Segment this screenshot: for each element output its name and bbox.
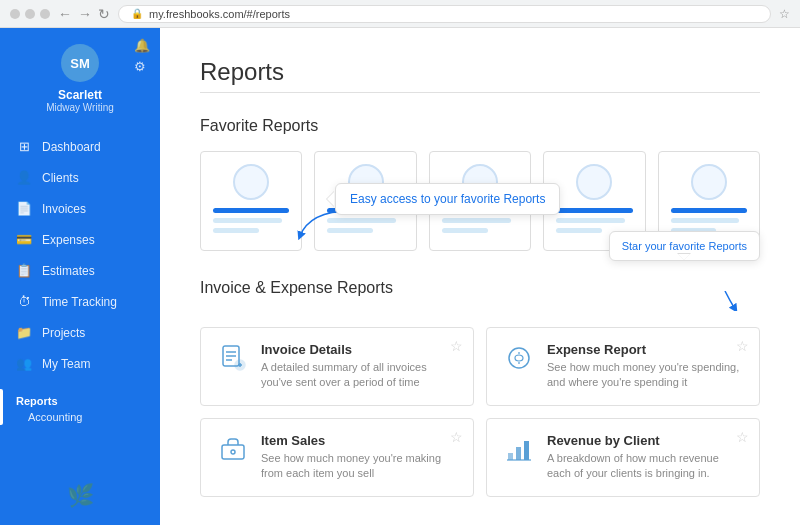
invoice-expense-title: Invoice & Expense Reports [200,279,393,297]
report-card-revenue-by-client[interactable]: Revenue by Client A breakdown of how muc… [486,418,760,497]
browser-navigation[interactable]: ← → ↻ [58,6,110,22]
expense-report-info: Expense Report See how much money you're… [547,342,743,391]
favorite-card-1[interactable] [200,151,302,251]
revenue-by-client-info: Revenue by Client A breakdown of how muc… [547,433,743,482]
invoices-icon: 📄 [16,201,32,216]
sidebar-item-time-tracking-label: Time Tracking [42,295,117,309]
user-name: Scarlett [58,88,102,102]
favorite-reports-tooltip: Easy access to your favorite Reports [335,183,560,215]
fav-line-6 [442,228,488,233]
svg-rect-12 [524,441,529,460]
fav-line-7 [556,218,625,223]
invoice-details-desc: A detailed summary of all invoices you'v… [261,360,457,391]
fav-line-2 [213,228,259,233]
expense-report-name: Expense Report [547,342,743,357]
revenue-by-client-icon [503,433,535,465]
clients-icon: 👤 [16,170,32,185]
sidebar-item-expenses[interactable]: 💳 Expenses [0,224,160,255]
fav-line-5 [442,218,511,223]
item-sales-info: Item Sales See how much money you're mak… [261,433,457,482]
fav-line-8 [556,228,602,233]
user-subtitle: Midway Writing [46,102,114,113]
svg-rect-11 [516,447,521,460]
sidebar-item-my-team[interactable]: 👥 My Team [0,348,160,379]
sidebar-item-clients-label: Clients [42,171,79,185]
fav-card-circle-4 [576,164,612,200]
sidebar-item-clients[interactable]: 👤 Clients [0,162,160,193]
invoice-expense-reports-section: Invoice & Expense Reports Star your favo… [200,279,760,497]
invoice-section-header: Invoice & Expense Reports Star your favo… [200,279,760,315]
invoice-details-icon [217,342,249,374]
sidebar-item-expenses-label: Expenses [42,233,95,247]
fav-line-accent-1 [213,208,289,213]
lock-icon: 🔒 [131,8,143,19]
svg-rect-10 [508,453,513,460]
fav-card-circle-1 [233,164,269,200]
invoice-expense-grid: Invoice Details A detailed summary of al… [200,327,760,497]
notifications-icon[interactable]: 🔔 [134,38,150,53]
leaf-icon: 🌿 [67,483,94,509]
url-bar[interactable]: 🔒 my.freshbooks.com/#/reports [118,5,771,23]
report-card-expense-report[interactable]: Expense Report See how much money you're… [486,327,760,406]
back-button[interactable]: ← [58,6,72,22]
projects-icon: 📁 [16,325,32,340]
fav-line-4 [327,228,373,233]
favorite-reports-title: Favorite Reports [200,117,760,135]
close-dot [10,9,20,19]
sidebar-item-dashboard[interactable]: ⊞ Dashboard [0,131,160,162]
sidebar-accounting-section[interactable]: Accounting [0,409,160,425]
sidebar-item-my-team-label: My Team [42,357,90,371]
star-tooltip-container: Star your favorite Reports [710,279,740,315]
revenue-by-client-desc: A breakdown of how much revenue each of … [547,451,743,482]
page-title: Reports [200,58,760,86]
estimates-icon: 📋 [16,263,32,278]
sidebar-top-icons: 🔔 ⚙ [134,38,150,74]
expenses-icon: 💳 [16,232,32,247]
sidebar-item-time-tracking[interactable]: ⏱ Time Tracking [0,286,160,317]
sidebar-item-projects[interactable]: 📁 Projects [0,317,160,348]
report-card-item-sales[interactable]: Item Sales See how much money you're mak… [200,418,474,497]
time-tracking-icon: ⏱ [16,294,32,309]
minimize-dot [25,9,35,19]
expense-report-star[interactable]: ☆ [736,338,749,354]
fav-card-lines-4 [556,208,632,233]
sidebar-bottom: 🌿 [0,467,160,525]
svg-point-7 [509,348,529,368]
bookmark-icon[interactable]: ☆ [779,7,790,21]
report-card-invoice-details[interactable]: Invoice Details A detailed summary of al… [200,327,474,406]
refresh-button[interactable]: ↻ [98,6,110,22]
star-arrow-svg [710,291,740,311]
sidebar-item-projects-label: Projects [42,326,85,340]
sidebar-item-dashboard-label: Dashboard [42,140,101,154]
item-sales-icon [217,433,249,465]
dashboard-icon: ⊞ [16,139,32,154]
sidebar-item-invoices[interactable]: 📄 Invoices [0,193,160,224]
avatar-initials: SM [70,56,90,71]
sidebar-nav: ⊞ Dashboard 👤 Clients 📄 Invoices 💳 Expen… [0,131,160,467]
item-sales-star[interactable]: ☆ [450,429,463,445]
sidebar-item-estimates[interactable]: 📋 Estimates [0,255,160,286]
sidebar-item-invoices-label: Invoices [42,202,86,216]
fav-line-3 [327,218,396,223]
main-content: Reports Favorite Reports [160,28,800,525]
sidebar-profile: 🔔 ⚙ SM Scarlett Midway Writing [0,28,160,123]
page-divider [200,92,760,93]
sidebar-item-estimates-label: Estimates [42,264,95,278]
my-team-icon: 👥 [16,356,32,371]
invoice-details-star[interactable]: ☆ [450,338,463,354]
browser-chrome: ← → ↻ 🔒 my.freshbooks.com/#/reports ☆ [0,0,800,28]
forward-button[interactable]: → [78,6,92,22]
app-wrapper: 🔔 ⚙ SM Scarlett Midway Writing ⊞ Dashboa… [0,0,800,525]
revenue-by-client-star[interactable]: ☆ [736,429,749,445]
expense-report-icon [503,342,535,374]
settings-icon[interactable]: ⚙ [134,59,150,74]
expand-dot [40,9,50,19]
svg-point-9 [231,450,235,454]
invoice-details-name: Invoice Details [261,342,457,357]
sidebar-reports-section[interactable]: Reports [0,389,160,409]
expense-report-desc: See how much money you're spending, and … [547,360,743,391]
item-sales-name: Item Sales [261,433,457,448]
fav-line-accent-4 [556,208,632,213]
invoice-details-info: Invoice Details A detailed summary of al… [261,342,457,391]
fav-card-lines-1 [213,208,289,233]
